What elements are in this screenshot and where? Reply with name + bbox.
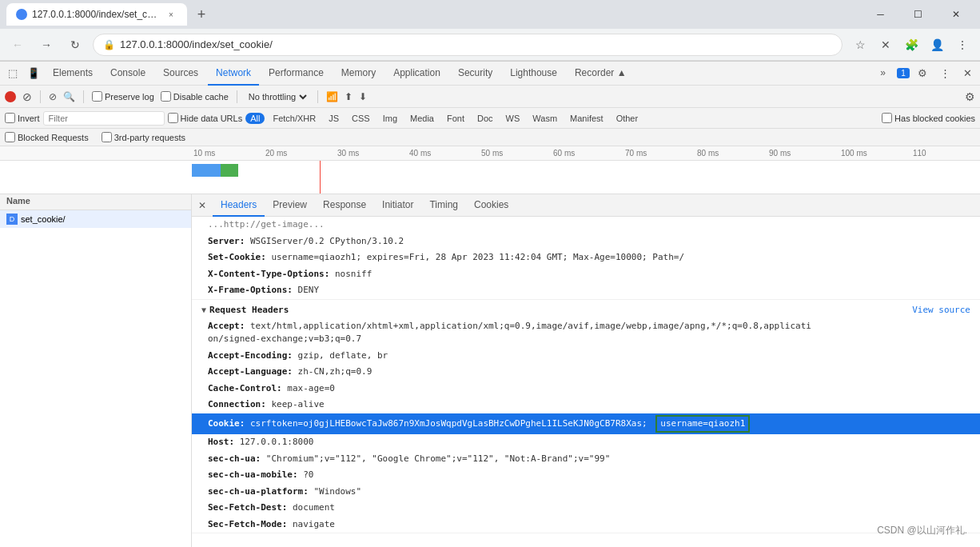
req-header-cache-control: Cache-Control: max-age=0 [192, 381, 980, 397]
has-blocked-cookies-checkbox[interactable]: Has blocked cookies [882, 113, 975, 123]
devtools-close-button[interactable]: ✕ [958, 64, 977, 83]
section-toggle-icon: ▼ [201, 305, 206, 314]
chip-all[interactable]: All [245, 113, 265, 124]
toolbar-separator1 [40, 90, 41, 103]
chip-other[interactable]: Other [612, 113, 643, 124]
device-toolbar-button[interactable]: 📱 [24, 64, 43, 83]
filter-icon[interactable]: ⊘ [49, 91, 57, 102]
view-source-link[interactable]: View source [912, 305, 970, 315]
devtools-settings-button[interactable]: ⚙ [913, 64, 932, 83]
chip-manifest[interactable]: Manifest [565, 113, 608, 124]
close-window-button[interactable]: ✕ [938, 2, 974, 27]
disable-cache-checkbox[interactable]: Disable cache [161, 91, 229, 102]
search-button[interactable]: 🔍 [63, 91, 75, 102]
chip-css[interactable]: CSS [347, 113, 375, 124]
filter-right: Has blocked cookies [882, 113, 975, 123]
third-party-input[interactable] [102, 132, 112, 142]
tab-network[interactable]: Network [208, 62, 259, 86]
hide-data-urls-input[interactable] [168, 113, 178, 123]
clear-button[interactable]: ⊘ [22, 90, 32, 103]
detail-tab-headers[interactable]: Headers [213, 194, 265, 217]
headers-content[interactable]: ...http://get-image... Server: WSGIServe… [192, 217, 980, 547]
url-bar[interactable]: 🔒 127.0.0.1:8000/index/set_cookie/ [93, 34, 843, 56]
extension-icon1[interactable]: ✕ [874, 34, 897, 56]
request-headers-label: Request Headers [209, 305, 289, 315]
devtools-more-button[interactable]: ⋮ [935, 64, 954, 83]
tab-lighthouse[interactable]: Lighthouse [502, 62, 565, 86]
record-button[interactable] [5, 91, 16, 102]
minimize-button[interactable]: ─ [862, 2, 898, 27]
header-value-cache-control: max-age=0 [287, 383, 335, 393]
detail-tab-response[interactable]: Response [315, 194, 374, 217]
detail-tab-timing[interactable]: Timing [421, 194, 466, 217]
reload-button[interactable]: ↻ [64, 34, 86, 56]
chip-js[interactable]: JS [324, 113, 344, 124]
network-settings-button[interactable]: ⚙ [965, 90, 975, 103]
settings-icon[interactable]: ⋮ [951, 34, 974, 56]
browser-tab[interactable]: 127.0.0.1:8000/index/set_cook... × [6, 3, 187, 26]
request-headers-title[interactable]: ▼ Request Headers View source [192, 300, 980, 318]
preserve-log-checkbox[interactable]: Preserve log [92, 91, 154, 102]
chip-img[interactable]: Img [378, 113, 402, 124]
back-button[interactable]: ← [6, 34, 29, 56]
header-name-cache-control: Cache-Control: [208, 383, 287, 393]
invert-checkbox[interactable]: Invert [5, 113, 40, 123]
chip-fetch-xhr[interactable]: Fetch/XHR [268, 113, 321, 124]
chip-font[interactable]: Font [442, 113, 469, 124]
timeline-bars [192, 164, 238, 177]
chip-wasm[interactable]: Wasm [528, 113, 562, 124]
req-header-connection: Connection: keep-alive [192, 397, 980, 413]
header-name-sec-ch-ua: sec-ch-ua: [208, 453, 266, 464]
detail-tab-initiator[interactable]: Initiator [374, 194, 421, 217]
toolbar-separator3 [237, 90, 237, 103]
maximize-button[interactable]: ☐ [900, 2, 936, 27]
blocked-requests-label: Blocked Requests [18, 133, 89, 142]
chip-ws[interactable]: WS [501, 113, 525, 124]
header-name-accept-encoding: Accept-Encoding: [208, 350, 298, 361]
disable-cache-input[interactable] [161, 91, 171, 102]
detail-tab-preview[interactable]: Preview [265, 194, 315, 217]
preserve-log-input[interactable] [92, 91, 102, 102]
chip-doc[interactable]: Doc [472, 113, 498, 124]
tab-elements[interactable]: Elements [45, 62, 101, 86]
export-button[interactable]: ⬇ [359, 91, 367, 102]
profile-icon[interactable]: 👤 [926, 34, 948, 56]
inspect-element-button[interactable]: ⬚ [3, 64, 22, 83]
header-value-sec-fetch-mode: navigate [293, 519, 335, 529]
blocked-requests-checkbox[interactable]: Blocked Requests [5, 132, 89, 142]
req-header-host: Host: 127.0.0.1:8000 [192, 434, 980, 451]
extension-icon2[interactable]: 🧩 [900, 34, 922, 56]
has-blocked-cookies-input[interactable] [882, 113, 892, 123]
hide-data-urls-checkbox[interactable]: Hide data URLs [168, 113, 243, 123]
header-name-xfo: X-Frame-Options: [208, 285, 298, 295]
tab-performance[interactable]: Performance [261, 62, 332, 86]
wifi-icon[interactable]: 📶 [326, 91, 338, 102]
request-headers-section: ▼ Request Headers View source Accept: te… [192, 300, 980, 534]
bookmark-icon[interactable]: ☆ [849, 34, 871, 56]
throttle-select[interactable]: No throttling Fast 3G Slow 3G Offline [245, 91, 309, 102]
file-item[interactable]: D set_cookie/ [0, 210, 191, 228]
name-column-header: Name [6, 196, 30, 206]
req-header-cookie: Cookie: csrftoken=oj0gjLHEBowcTaJw867n9X… [192, 413, 980, 435]
tab-security[interactable]: Security [450, 62, 500, 86]
header-value-accept-language: zh-CN,zh;q=0.9 [298, 366, 372, 377]
more-tabs[interactable]: » [872, 62, 894, 86]
tab-memory[interactable]: Memory [333, 62, 384, 86]
chip-media[interactable]: Media [405, 113, 439, 124]
tab-recorder[interactable]: Recorder ▲ [567, 62, 635, 86]
window-controls: ─ ☐ ✕ [862, 2, 974, 27]
tab-sources[interactable]: Sources [155, 62, 206, 86]
tab-console[interactable]: Console [102, 62, 153, 86]
header-value-host: 127.0.0.1:8000 [240, 437, 314, 447]
tab-close-button[interactable]: × [165, 8, 177, 21]
tab-application[interactable]: Application [385, 62, 448, 86]
import-button[interactable]: ⬆ [345, 91, 353, 102]
forward-button[interactable]: → [35, 34, 58, 56]
blocked-requests-input[interactable] [5, 132, 15, 142]
close-detail-button[interactable]: ✕ [195, 200, 209, 211]
detail-tab-cookies[interactable]: Cookies [466, 194, 516, 217]
filter-input[interactable] [43, 111, 165, 126]
invert-input[interactable] [5, 113, 15, 123]
new-tab-button[interactable]: + [190, 3, 213, 26]
third-party-checkbox[interactable]: 3rd-party requests [102, 132, 185, 142]
